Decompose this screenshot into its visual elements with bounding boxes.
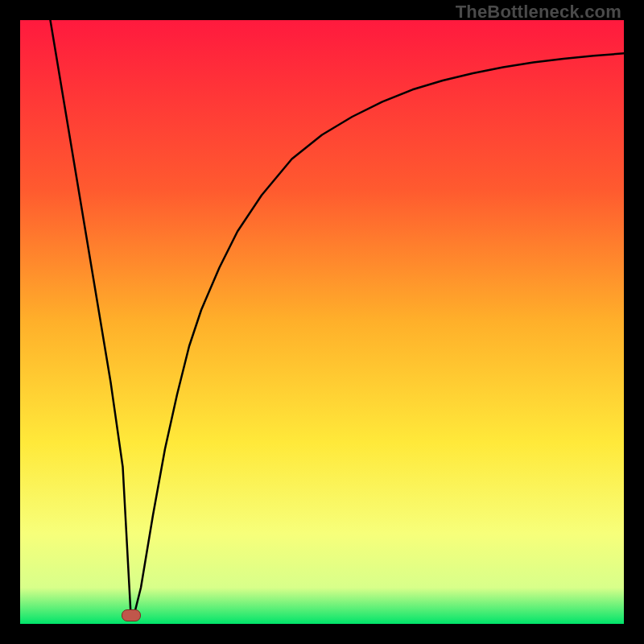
bottleneck-curve [20,20,624,624]
watermark-text: TheBottleneck.com [456,2,621,23]
optimal-marker [122,609,141,621]
plot-area [20,20,624,624]
chart-frame [20,20,624,624]
